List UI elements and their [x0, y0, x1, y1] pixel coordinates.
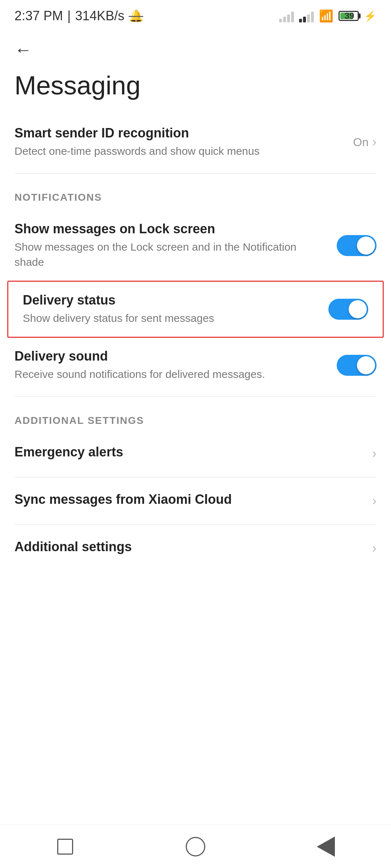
back-nav-icon: [317, 837, 335, 857]
back-arrow-icon: ←: [14, 40, 32, 59]
recent-apps-button[interactable]: [51, 832, 80, 861]
additional-settings-section-header: ADDITIONAL SETTINGS: [0, 400, 391, 434]
sync-messages-chevron-icon: ›: [372, 493, 377, 509]
smart-sender-content: Smart sender ID recognition Detect one-t…: [14, 125, 353, 159]
delivery-sound-item[interactable]: Delivery sound Receive sound notificatio…: [0, 338, 391, 393]
emergency-alerts-item[interactable]: Emergency alerts ›: [0, 434, 391, 473]
notifications-section-header: NOTIFICATIONS: [0, 177, 391, 210]
sync-messages-right: ›: [372, 493, 377, 509]
delivery-sound-content: Delivery sound Receive sound notificatio…: [14, 349, 337, 382]
additional-settings-title: Additional settings: [14, 539, 358, 554]
smart-sender-desc: Detect one-time passwords and show quick…: [14, 144, 339, 159]
emergency-alerts-content: Emergency alerts: [14, 444, 372, 463]
battery-icon: 39: [339, 11, 359, 21]
divider-1: [14, 173, 377, 174]
recent-apps-icon: [57, 839, 73, 855]
delivery-status-item[interactable]: Delivery status Show delivery status for…: [8, 282, 383, 337]
lock-screen-title: Show messages on Lock screen: [14, 221, 322, 237]
status-left: 2:37 PM | 314KB/s 🔔: [14, 8, 143, 24]
home-button[interactable]: [181, 832, 210, 861]
sync-messages-content: Sync messages from Xiaomi Cloud: [14, 492, 372, 510]
additional-settings-content: Additional settings: [14, 539, 372, 557]
charging-icon: ⚡: [364, 10, 377, 22]
status-bar: 2:37 PM | 314KB/s 🔔 📶 39 ⚡: [0, 0, 391, 29]
smart-sender-title: Smart sender ID recognition: [14, 125, 339, 141]
smart-sender-chevron-icon: ›: [372, 135, 377, 150]
smart-sender-right: On ›: [353, 135, 377, 150]
delivery-status-highlight: Delivery status Show delivery status for…: [7, 281, 384, 338]
emergency-alerts-title: Emergency alerts: [14, 444, 358, 460]
lock-screen-toggle-knob: [357, 237, 375, 255]
additional-settings-chevron-icon: ›: [372, 541, 377, 556]
lock-screen-desc: Show messages on the Lock screen and in …: [14, 239, 322, 270]
delivery-status-toggle[interactable]: [328, 299, 368, 320]
delivery-sound-desc: Receive sound notifications for delivere…: [14, 367, 322, 382]
lock-screen-item[interactable]: Show messages on Lock screen Show messag…: [0, 210, 391, 281]
signal-icon-1: [279, 9, 294, 22]
divider-pipe: |: [67, 8, 71, 24]
mute-icon: 🔔: [129, 9, 143, 23]
wifi-icon: 📶: [319, 9, 333, 23]
signal-icon-2: [299, 9, 314, 22]
sync-messages-title: Sync messages from Xiaomi Cloud: [14, 492, 358, 507]
delivery-status-toggle-knob: [349, 300, 367, 318]
sync-messages-item[interactable]: Sync messages from Xiaomi Cloud ›: [0, 481, 391, 521]
emergency-alerts-chevron-icon: ›: [372, 446, 377, 461]
time-text: 2:37 PM: [14, 8, 63, 24]
status-right: 📶 39 ⚡: [279, 9, 377, 23]
battery-container: 39: [339, 11, 359, 21]
smart-sender-value: On: [353, 136, 369, 149]
delivery-sound-toggle[interactable]: [337, 355, 377, 376]
divider-3: [14, 477, 377, 477]
divider-2: [14, 396, 377, 397]
smart-sender-item[interactable]: Smart sender ID recognition Detect one-t…: [0, 115, 391, 170]
speed-text: 314KB/s: [75, 8, 124, 24]
delivery-sound-title: Delivery sound: [14, 349, 322, 364]
lock-screen-toggle[interactable]: [337, 235, 377, 256]
divider-4: [14, 524, 377, 525]
back-button[interactable]: ←: [0, 29, 391, 67]
lock-screen-content: Show messages on Lock screen Show messag…: [14, 221, 337, 270]
page-title: Messaging: [0, 67, 391, 115]
home-icon: [186, 837, 205, 856]
delivery-status-desc: Show delivery status for sent messages: [23, 311, 314, 326]
delivery-status-content: Delivery status Show delivery status for…: [23, 293, 328, 326]
battery-level-text: 39: [340, 11, 358, 21]
delivery-status-title: Delivery status: [23, 293, 314, 308]
additional-settings-item[interactable]: Additional settings ›: [0, 528, 391, 568]
navigation-bar: [0, 825, 391, 868]
additional-settings-right: ›: [372, 541, 377, 556]
delivery-sound-toggle-knob: [357, 356, 375, 374]
back-nav-button[interactable]: [311, 832, 340, 861]
emergency-alerts-right: ›: [372, 446, 377, 461]
